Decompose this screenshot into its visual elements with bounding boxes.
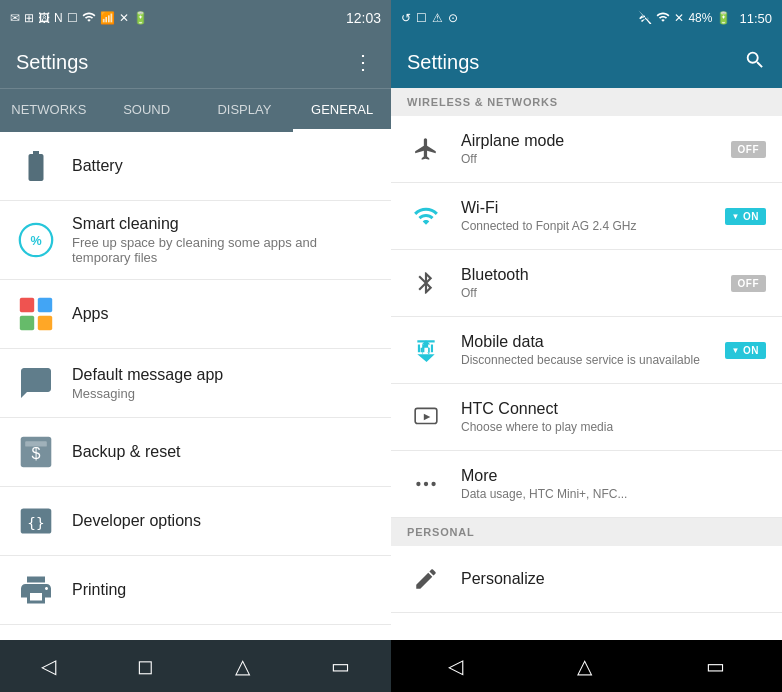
- svg-point-15: [424, 482, 428, 486]
- printing-icon: [16, 570, 56, 610]
- wifi-item[interactable]: Wi-Fi Connected to Fonpit AG 2.4 GHz ON: [391, 183, 782, 250]
- default-message-text: Default message app Messaging: [72, 366, 223, 401]
- search-button[interactable]: [744, 49, 766, 76]
- wifi-subtitle: Connected to Fonpit AG 2.4 GHz: [461, 219, 725, 233]
- right-panel: ↺ ☐ ⚠ ⊙ ✕ 48% 🔋 11:50 Settings WIRELESS …: [391, 0, 782, 692]
- airplane-subtitle: Off: [461, 152, 731, 166]
- developer-item[interactable]: {} Developer options: [0, 487, 391, 556]
- more-subtitle: Data usage, HTC Mini+, NFC...: [461, 487, 766, 501]
- right-statusbar: ↺ ☐ ⚠ ⊙ ✕ 48% 🔋 11:50: [391, 0, 782, 36]
- wifi-title: Wi-Fi: [461, 199, 725, 217]
- developer-text: Developer options: [72, 512, 201, 530]
- message-icon: [16, 363, 56, 403]
- left-statusbar: ✉ ⊞ 🖼 N ☐ 📶 ✕ 🔋 12:03: [0, 0, 391, 36]
- default-message-title: Default message app: [72, 366, 223, 384]
- backup-text: Backup & reset: [72, 443, 181, 461]
- apps-text: Apps: [72, 305, 108, 323]
- svg-rect-4: [20, 316, 34, 330]
- wifi-right-icon: [656, 10, 670, 27]
- airplane-mode-item[interactable]: Airplane mode Off OFF: [391, 116, 782, 183]
- signal-icon: 📶: [100, 11, 115, 25]
- right-home-button[interactable]: △: [557, 646, 612, 686]
- right-settings-list: WIRELESS & NETWORKS Airplane mode Off OF…: [391, 88, 782, 640]
- battery-text: Battery: [72, 157, 123, 175]
- airplane-text: Airplane mode Off: [461, 132, 731, 166]
- left-header-title: Settings: [16, 51, 88, 74]
- default-message-subtitle: Messaging: [72, 386, 223, 401]
- right-back-button[interactable]: ◁: [428, 646, 483, 686]
- wifi-text: Wi-Fi Connected to Fonpit AG 2.4 GHz: [461, 199, 725, 233]
- tab-networks[interactable]: Networks: [0, 89, 98, 132]
- recent-button[interactable]: ▭: [311, 646, 370, 686]
- wifi-toggle[interactable]: ON: [725, 208, 766, 225]
- battery-item[interactable]: Battery: [0, 132, 391, 201]
- printing-item[interactable]: Printing: [0, 556, 391, 625]
- mobile-data-subtitle: Disconnected because service is unavaila…: [461, 353, 725, 367]
- sim-icon: ☐: [67, 11, 78, 25]
- airplane-toggle[interactable]: OFF: [731, 141, 767, 158]
- printing-title: Printing: [72, 581, 126, 599]
- developer-icon: {}: [16, 501, 56, 541]
- svg-text:↑↓: ↑↓: [420, 343, 432, 357]
- sim-right-icon: ☐: [416, 11, 427, 25]
- battery-icon: [16, 146, 56, 186]
- x-right-icon: ✕: [674, 11, 684, 25]
- smart-cleaning-title: Smart cleaning: [72, 215, 375, 233]
- left-bottom-nav: ◁ ◻ △ ▭: [0, 640, 391, 692]
- bluetooth-item[interactable]: Bluetooth Off OFF: [391, 250, 782, 317]
- battery-left-icon: 🔋: [133, 11, 148, 25]
- developer-title: Developer options: [72, 512, 201, 530]
- bluetooth-title: Bluetooth: [461, 266, 731, 284]
- backup-item[interactable]: $ Backup & reset: [0, 418, 391, 487]
- overflow-menu-button[interactable]: ⋮: [353, 50, 375, 74]
- default-message-item[interactable]: Default message app Messaging: [0, 349, 391, 418]
- apps-item[interactable]: Apps: [0, 280, 391, 349]
- wireless-networks-header: WIRELESS & NETWORKS: [391, 88, 782, 116]
- left-time: 12:03: [346, 10, 381, 26]
- personalize-item[interactable]: Personalize: [391, 546, 782, 613]
- back-button[interactable]: ◁: [21, 646, 76, 686]
- tab-general[interactable]: General: [293, 89, 391, 132]
- htc-connect-icon: [407, 398, 445, 436]
- home-button[interactable]: ◻: [117, 646, 174, 686]
- right-time: 11:50: [739, 11, 772, 26]
- htc-connect-text: HTC Connect Choose where to play media: [461, 400, 766, 434]
- smart-cleaning-icon: %: [16, 220, 56, 260]
- tab-display[interactable]: Display: [196, 89, 294, 132]
- right-status-icons: ↺ ☐ ⚠ ⊙: [401, 11, 458, 25]
- htc-connect-item[interactable]: HTC Connect Choose where to play media: [391, 384, 782, 451]
- settings-tabs: Networks Sound Display General: [0, 88, 391, 132]
- svg-point-16: [431, 482, 435, 486]
- more-title: More: [461, 467, 766, 485]
- signal-right-icon: [638, 10, 652, 27]
- airplane-icon: [407, 130, 445, 168]
- up-button[interactable]: △: [215, 646, 270, 686]
- bluetooth-icon: [407, 264, 445, 302]
- battery-pct: 48%: [688, 11, 712, 25]
- apps-title: Apps: [72, 305, 108, 323]
- htc-connect-subtitle: Choose where to play media: [461, 420, 766, 434]
- mobile-data-toggle[interactable]: ON: [725, 342, 766, 359]
- more-item[interactable]: More Data usage, HTC Mini+, NFC...: [391, 451, 782, 518]
- mobile-data-title: Mobile data: [461, 333, 725, 351]
- smart-cleaning-item[interactable]: % Smart cleaning Free up space by cleani…: [0, 201, 391, 280]
- left-panel: ✉ ⊞ 🖼 N ☐ 📶 ✕ 🔋 12:03 Settings ⋮ Network…: [0, 0, 391, 692]
- battery-right-icon: 🔋: [716, 11, 731, 25]
- right-header-title: Settings: [407, 51, 479, 74]
- svg-text:{}: {}: [27, 515, 44, 531]
- mobile-data-item[interactable]: ↑↓ Mobile data Disconnected because serv…: [391, 317, 782, 384]
- backup-icon: $: [16, 432, 56, 472]
- smart-cleaning-subtitle: Free up space by cleaning some apps and …: [72, 235, 375, 265]
- tab-sound[interactable]: Sound: [98, 89, 196, 132]
- right-status-right: ✕ 48% 🔋 11:50: [638, 10, 772, 27]
- circle-icon: ⊙: [448, 11, 458, 25]
- personalize-title: Personalize: [461, 570, 766, 588]
- more-icon: [407, 465, 445, 503]
- right-bottom-nav: ◁ △ ▭: [391, 640, 782, 692]
- bluetooth-toggle[interactable]: OFF: [731, 275, 767, 292]
- right-recent-button[interactable]: ▭: [686, 646, 745, 686]
- smart-cleaning-text: Smart cleaning Free up space by cleaning…: [72, 215, 375, 265]
- bluetooth-subtitle: Off: [461, 286, 731, 300]
- x-icon: ✕: [119, 11, 129, 25]
- mobile-data-text: Mobile data Disconnected because service…: [461, 333, 725, 367]
